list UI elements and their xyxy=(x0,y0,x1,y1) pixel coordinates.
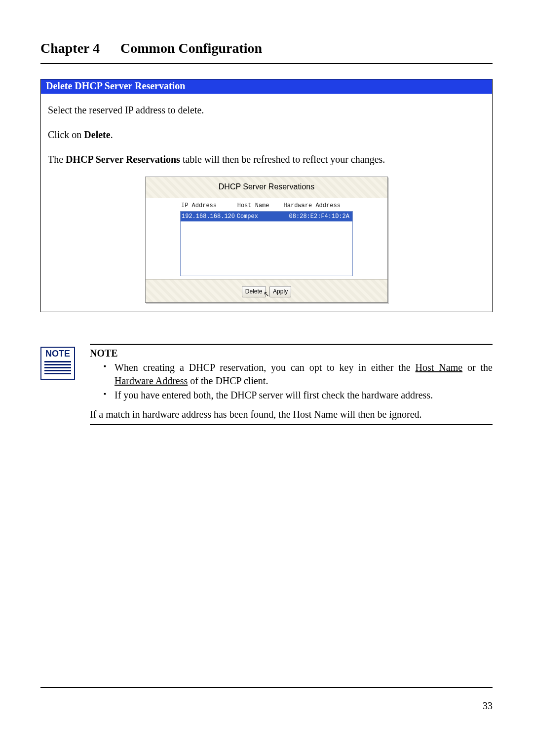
col-host-name: Host Name xyxy=(237,201,284,210)
underline-host-name: Host Name xyxy=(416,362,462,373)
text-fragment: or the xyxy=(462,362,493,373)
dhcp-row-selected[interactable]: 192.168.168.120 Compex 08:28:E2:F4:1D:2A xyxy=(181,212,352,221)
note-item-2: If you have entered both, the DHCP serve… xyxy=(104,389,493,402)
text-fragment: of the DHCP client. xyxy=(188,375,268,386)
dhcp-screenshot: DHCP Server Reservations IP Address Host… xyxy=(145,177,388,303)
cell-ip: 192.168.168.120 xyxy=(182,212,237,221)
note-rule-top xyxy=(90,344,493,345)
apply-button[interactable]: Apply xyxy=(269,286,291,297)
text-fragment: . xyxy=(111,129,113,140)
note-icon-lines xyxy=(41,359,74,379)
footer-rule xyxy=(40,687,493,688)
cell-hw: 08:28:E2:F4:1D:2A xyxy=(282,212,351,221)
screenshot-wrap: DHCP Server Reservations IP Address Host… xyxy=(48,177,485,303)
instruction-refresh: The DHCP Server Reservations table will … xyxy=(48,152,485,167)
note-icon: NOTE xyxy=(40,347,75,380)
note-block: NOTE NOTE When creating a DHCP reservati… xyxy=(40,344,493,425)
instruction-select: Select the reserved IP address to delete… xyxy=(48,103,485,117)
section-box: Delete DHCP Server Reservation Select th… xyxy=(40,79,493,312)
note-list: When creating a DHCP reservation, you ca… xyxy=(90,361,493,402)
text-fragment: The xyxy=(48,154,66,165)
col-hardware-address: Hardware Address xyxy=(284,201,352,210)
section-header: Delete DHCP Server Reservation xyxy=(41,79,492,94)
dhcp-table-header: IP Address Host Name Hardware Address xyxy=(180,200,353,211)
dhcp-listbox[interactable]: 192.168.168.120 Compex 08:28:E2:F4:1D:2A xyxy=(180,211,353,276)
text-fragment: When creating a DHCP reservation, you ca… xyxy=(114,362,416,373)
chapter-rule xyxy=(40,63,493,64)
col-ip-address: IP Address xyxy=(181,201,237,210)
note-paragraph: If a match in hardware address has been … xyxy=(90,408,493,421)
dhcp-screenshot-title: DHCP Server Reservations xyxy=(146,177,387,198)
instruction-click-delete: Click on Delete. xyxy=(48,127,485,142)
note-icon-cell: NOTE xyxy=(40,344,90,380)
page-number: 33 xyxy=(483,700,493,712)
note-icon-label: NOTE xyxy=(41,348,74,359)
text-fragment: table will then be refreshed to reflect … xyxy=(180,154,385,165)
note-rule-bottom xyxy=(90,424,493,425)
text-fragment: Click on xyxy=(48,129,84,140)
underline-hardware-address: Hardware Address xyxy=(114,375,188,386)
delete-button[interactable]: Delete xyxy=(242,286,266,297)
dhcp-table: IP Address Host Name Hardware Address 19… xyxy=(180,200,353,276)
dhcp-footer: Delete Apply ↖ xyxy=(146,279,387,302)
section-body: Select the reserved IP address to delete… xyxy=(41,94,492,312)
note-content: NOTE When creating a DHCP reservation, y… xyxy=(90,344,493,425)
note-heading: NOTE xyxy=(90,347,493,360)
text-strong-delete: Delete xyxy=(84,129,110,140)
cell-host: Compex xyxy=(237,212,282,221)
note-item-1: When creating a DHCP reservation, you ca… xyxy=(104,361,493,388)
dhcp-table-area: IP Address Host Name Hardware Address 19… xyxy=(146,198,387,279)
text-strong-table: DHCP Server Reservations xyxy=(66,154,180,165)
chapter-heading: Chapter 4 Common Configuration xyxy=(40,40,493,56)
